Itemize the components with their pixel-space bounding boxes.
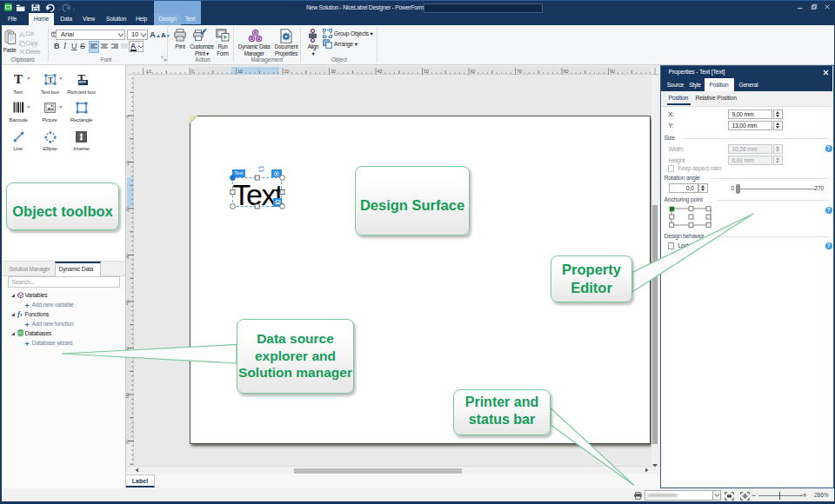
svg-text:T: T <box>48 76 53 84</box>
